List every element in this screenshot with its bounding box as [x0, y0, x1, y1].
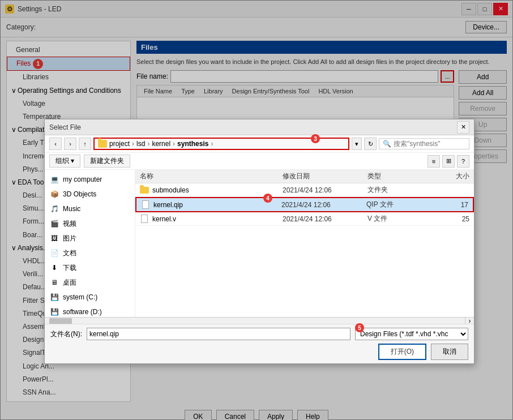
breadcrumb-sep2: ›: [147, 140, 149, 148]
back-button[interactable]: ‹: [49, 138, 62, 150]
nav-downloads[interactable]: ⬇ 下载: [45, 260, 135, 275]
file-date-qip: 2021/4/24 12:06: [281, 201, 366, 209]
file-row-submodules[interactable]: submodules 2021/4/24 12:06 文件夹: [135, 183, 474, 197]
forward-button[interactable]: ›: [64, 138, 76, 150]
nav-desktop[interactable]: 🖥 桌面: [45, 275, 135, 290]
breadcrumb-part3[interactable]: kernel: [152, 140, 170, 148]
select-file-dialog: Select File ✕ ‹ › ↑ project › lsd › kern…: [44, 119, 474, 364]
file-date-submodules: 2021/4/24 12:06: [283, 186, 367, 194]
computer-icon: 💻: [49, 174, 59, 185]
file-size-qip: 17: [434, 201, 468, 209]
files-list-area: 名称 修改日期 类型 大小 submodules 2021/4/24 12:06…: [135, 170, 474, 317]
fl-th-date: 修改日期: [283, 172, 367, 181]
search-box: 🔍: [379, 138, 469, 149]
file-size-v: 25: [435, 215, 469, 223]
nav-my-computer-label: my computer: [63, 175, 102, 183]
search-icon: 🔍: [383, 140, 391, 148]
file-name-cell-submodules: submodules: [140, 186, 283, 195]
file-date-v: 2021/4/24 12:06: [283, 215, 367, 223]
filetype-badge: 5: [355, 323, 364, 332]
breadcrumb-part1[interactable]: project: [109, 140, 130, 148]
filename-field[interactable]: [87, 328, 350, 340]
filetype-select[interactable]: Design Files (*.tdf *.vhd *.vhc: [355, 328, 468, 340]
breadcrumb-sep4: ›: [211, 140, 213, 148]
nav-video[interactable]: 🎬 视频: [45, 216, 135, 231]
pictures-icon: 🖼: [49, 233, 59, 243]
horizontal-scrollbar[interactable]: ›: [45, 317, 474, 324]
dialog-bottom: 文件名(N): Design Files (*.tdf *.vhd *.vhc …: [45, 324, 474, 363]
dialog-toolbar: ‹ › ↑ project › lsd › kernel › synthesis…: [45, 135, 474, 153]
path-dropdown-button[interactable]: ▾: [352, 138, 362, 150]
documents-icon: 📄: [49, 248, 59, 258]
desktop-icon: 🖥: [49, 277, 59, 288]
organize-button[interactable]: 组织 ▾: [49, 155, 80, 168]
refresh-button[interactable]: ↻: [364, 138, 377, 150]
new-folder-button[interactable]: 新建文件夹: [84, 155, 130, 168]
dialog-nav2: 组织 ▾ 新建文件夹 ≡ ⊞ ?: [45, 153, 474, 170]
nav-desktop-label: 桌面: [63, 278, 76, 288]
doc-icon-qip: [141, 200, 150, 209]
breadcrumb-bar: project › lsd › kernel › synthesis › 3: [93, 138, 349, 150]
nav-my-computer[interactable]: 💻 my computer: [45, 172, 135, 187]
nav-video-label: 视频: [63, 219, 76, 229]
file-row-kernel-v[interactable]: kernel.v 2021/4/24 12:06 V 文件 25: [135, 212, 474, 226]
breadcrumb-folder-icon: [98, 140, 107, 148]
file-row-kernel-qip[interactable]: kernel.qip 2021/4/24 12:06 QIP 文件 17 4: [135, 197, 474, 212]
nav-music[interactable]: 🎵 Music: [45, 202, 135, 216]
list-view-button[interactable]: ≡: [428, 155, 440, 168]
dialog-content: 💻 my computer 📦 3D Objects 🎵 Music 🎬 视频 …: [45, 170, 474, 317]
files-list-header: 名称 修改日期 类型 大小: [135, 170, 474, 183]
nav-system-c-label: system (C:): [63, 293, 97, 301]
fl-th-name: 名称: [140, 172, 283, 181]
file-type-v: V 文件: [367, 214, 435, 224]
file-name-submodules: submodules: [152, 186, 189, 194]
nav-pictures[interactable]: 🖼 图片: [45, 231, 135, 246]
system-c-icon: 💾: [49, 292, 59, 302]
file-name-cell-v: kernel.v: [140, 215, 283, 224]
video-icon: 🎬: [49, 218, 59, 229]
software-d-icon: 💾: [49, 307, 59, 317]
scroll-right-button[interactable]: ›: [465, 318, 474, 324]
scrollbar-thumb[interactable]: [49, 318, 72, 324]
dialog-action-row: 打开(O) 取消: [50, 344, 468, 360]
file-name-qip: kernel.qip: [153, 201, 183, 209]
breadcrumb-part2[interactable]: lsd: [136, 140, 145, 148]
breadcrumb-badge: 3: [311, 134, 320, 143]
left-nav-panel: 💻 my computer 📦 3D Objects 🎵 Music 🎬 视频 …: [45, 170, 135, 317]
nav-documents[interactable]: 📄 文档: [45, 246, 135, 260]
nav-music-label: Music: [63, 205, 80, 213]
nav-pictures-label: 图片: [63, 234, 76, 243]
dialog-title: Select File: [49, 123, 81, 131]
filename-label: 文件名(N):: [50, 329, 82, 339]
breadcrumb-part4[interactable]: synthesis: [177, 140, 208, 148]
nav-software-d[interactable]: 💾 software (D:): [45, 305, 135, 317]
dialog-title-bar: Select File ✕: [45, 119, 474, 135]
doc-icon-v: [140, 215, 149, 224]
help-view-button[interactable]: ?: [457, 155, 469, 168]
file-type-qip: QIP 文件: [366, 200, 434, 209]
downloads-icon: ⬇: [49, 263, 59, 273]
nav-downloads-label: 下载: [63, 263, 76, 273]
breadcrumb-sep3: ›: [173, 140, 175, 148]
nav-software-d-label: software (D:): [63, 308, 102, 316]
filename-row: 文件名(N): Design Files (*.tdf *.vhd *.vhc …: [50, 328, 468, 340]
3d-icon: 📦: [49, 189, 59, 199]
file-type-submodules: 文件夹: [367, 185, 435, 195]
nav-3d-label: 3D Objects: [63, 190, 96, 198]
nav-documents-label: 文档: [63, 248, 76, 258]
nav-3d-objects[interactable]: 📦 3D Objects: [45, 187, 135, 202]
music-icon: 🎵: [49, 204, 59, 214]
search-input[interactable]: [394, 140, 461, 148]
up-button-nav[interactable]: ↑: [79, 138, 91, 150]
grid-view-button[interactable]: ⊞: [442, 155, 455, 168]
dialog-close-button[interactable]: ✕: [457, 121, 469, 134]
open-button[interactable]: 打开(O): [378, 344, 426, 360]
dialog-cancel-button[interactable]: 取消: [431, 344, 468, 360]
nav-system-c[interactable]: 💾 system (C:): [45, 290, 135, 305]
fl-th-type: 类型: [367, 172, 435, 181]
file-name-cell-qip: kernel.qip: [141, 200, 281, 209]
fl-th-size: 大小: [435, 172, 469, 181]
folder-icon-submodules: [140, 186, 149, 195]
view-controls: ≡ ⊞ ?: [428, 155, 469, 168]
breadcrumb-sep1: ›: [132, 140, 134, 148]
